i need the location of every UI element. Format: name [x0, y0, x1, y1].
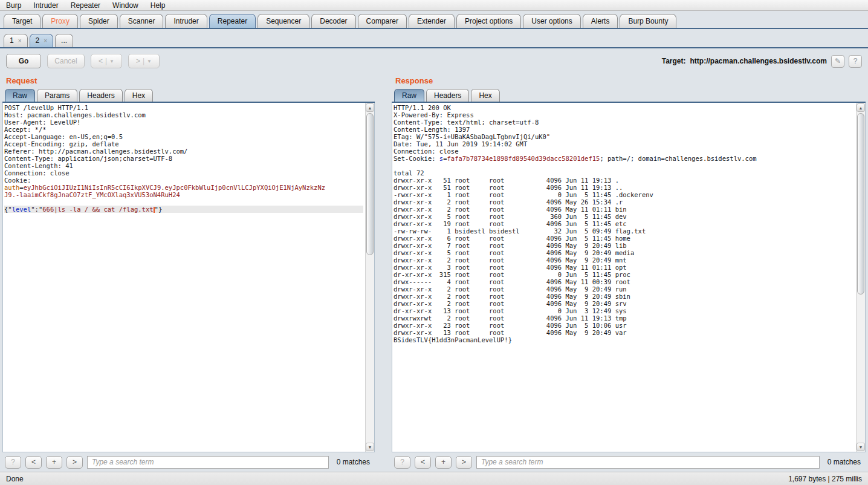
response-cookie-value: fafa7b78734e1898fd89540d39dacc58201def15: [447, 155, 600, 162]
target-label: Target:: [662, 57, 686, 65]
tab-alerts[interactable]: Alerts: [583, 14, 618, 28]
body-open: {": [4, 206, 12, 213]
request-tab-params[interactable]: Params: [37, 89, 77, 102]
close-icon[interactable]: ×: [44, 37, 47, 44]
blank-line: [4, 198, 363, 206]
request-search-row: ? < + > 0 matches: [2, 452, 375, 472]
target-url: http://pacman.challenges.bsidestlv.com: [690, 57, 828, 65]
chevron-right-icon: >: [73, 458, 77, 466]
response-panel: Response Raw Headers Hex HTTP/1.1 200 OK…: [392, 74, 866, 472]
search-options-button[interactable]: ?: [394, 456, 410, 469]
chevron-left-icon: <: [31, 458, 36, 466]
scrollbar-thumb[interactable]: [366, 113, 374, 255]
search-prev-button[interactable]: <: [415, 456, 431, 469]
tab-comparer[interactable]: Comparer: [358, 14, 407, 28]
tab-repeater[interactable]: Repeater: [209, 14, 256, 28]
request-search-input[interactable]: [87, 456, 329, 469]
menu-bar: Burp Intruder Repeater Window Help: [0, 0, 868, 11]
repeater-tab-bar: 1 × 2 × ...: [0, 29, 868, 47]
request-tab-raw[interactable]: Raw: [5, 89, 35, 102]
repeater-tab-more[interactable]: ...: [55, 34, 73, 47]
request-body-line: {"level":"666|ls -la / && cat /flag.txt"…: [4, 206, 363, 213]
search-add-button[interactable]: +: [46, 456, 62, 469]
request-view-tabs: Raw Params Headers Hex: [2, 89, 375, 102]
tab-intruder[interactable]: Intruder: [165, 14, 207, 28]
menu-burp[interactable]: Burp: [6, 1, 21, 10]
search-options-button[interactable]: ?: [5, 456, 21, 469]
search-next-button[interactable]: >: [66, 456, 83, 469]
cancel-button[interactable]: Cancel: [47, 54, 85, 68]
close-icon[interactable]: ×: [18, 37, 22, 44]
repeater-tab-2-label: 2: [36, 36, 40, 45]
button-separator: |: [105, 57, 107, 65]
tab-project-options[interactable]: Project options: [456, 14, 521, 28]
scroll-down-icon[interactable]: ▼: [857, 443, 865, 451]
search-add-button[interactable]: +: [435, 456, 452, 469]
scroll-down-icon[interactable]: ▼: [366, 443, 374, 451]
pencil-icon: ✎: [835, 57, 841, 65]
cookie-name: auth: [4, 184, 19, 191]
body-param-name: level: [12, 206, 31, 213]
next-request-button[interactable]: > | ▼: [128, 54, 160, 68]
next-icon: >: [136, 57, 140, 65]
request-tab-hex[interactable]: Hex: [125, 89, 153, 102]
help-icon: ?: [11, 458, 15, 466]
repeater-tab-2[interactable]: 2 ×: [30, 34, 54, 47]
tab-scanner[interactable]: Scanner: [120, 14, 164, 28]
jwt-token-part1: eyJhbGciOiJIUzI1NiIsInR5cCI6IkpXVCJ9.eyJ…: [24, 184, 325, 191]
scroll-up-icon[interactable]: ▲: [366, 103, 374, 112]
tab-proxy[interactable]: Proxy: [42, 14, 78, 28]
body-mid: ":": [31, 206, 42, 213]
scroll-up-icon[interactable]: ▲: [857, 103, 865, 112]
response-editor[interactable]: HTTP/1.1 200 OK X-Powered-By: Express Co…: [392, 103, 866, 452]
response-search-row: ? < + > 0 matches: [392, 452, 866, 472]
button-separator: |: [143, 57, 144, 65]
tab-burp-bounty[interactable]: Burp Bounty: [620, 14, 676, 28]
search-prev-button[interactable]: <: [25, 456, 42, 469]
chevron-down-icon: ▼: [109, 59, 114, 64]
help-button[interactable]: ?: [849, 55, 862, 68]
request-editor[interactable]: POST /levelUp HTTP/1.1 Host: pacman.chal…: [2, 103, 375, 452]
prev-request-button[interactable]: < | ▼: [91, 54, 122, 68]
target-box: Target: http://pacman.challenges.bsidest…: [662, 55, 862, 68]
response-scrollbar[interactable]: ▲ ▼: [856, 103, 865, 452]
plus-icon: +: [52, 458, 56, 466]
body-close: "}: [155, 206, 163, 213]
menu-intruder[interactable]: Intruder: [33, 1, 58, 10]
menu-help[interactable]: Help: [151, 1, 166, 10]
repeater-tab-1-label: 1: [10, 36, 14, 45]
response-view-tabs: Raw Headers Hex: [392, 89, 866, 102]
repeater-panels: Request Raw Params Headers Hex POST /lev…: [0, 74, 868, 472]
search-next-button[interactable]: >: [456, 456, 472, 469]
response-tab-raw[interactable]: Raw: [394, 89, 424, 102]
repeater-tab-1[interactable]: 1 ×: [4, 34, 28, 47]
tab-decoder[interactable]: Decoder: [311, 14, 355, 28]
request-tab-headers[interactable]: Headers: [79, 89, 122, 102]
response-setcookie-line: Set-Cookie: s=fafa7b78734e1898fd89540d39…: [394, 155, 854, 162]
request-cookie-line: auth=eyJhbGciOiJIUzI1NiIsInR5cCI6IkpXVCJ…: [4, 184, 363, 191]
tab-user-options[interactable]: User options: [523, 14, 580, 28]
main-tab-bar: Target Proxy Spider Scanner Intruder Rep…: [0, 11, 868, 28]
prev-icon: <: [99, 57, 103, 65]
tab-extender[interactable]: Extender: [409, 14, 455, 28]
edit-target-button[interactable]: ✎: [831, 55, 844, 68]
blank-line: [394, 162, 854, 169]
response-search-input[interactable]: [476, 456, 820, 469]
request-match-count: 0 matches: [333, 458, 372, 466]
response-tab-hex[interactable]: Hex: [471, 89, 499, 102]
body-param-value: 666|ls -la / && cat /flag.txt: [42, 206, 153, 213]
request-cookie-line2: J9.-laaimCkf8gJnaCO7ztF_YMcOXlaq3xVU53oN…: [4, 191, 363, 198]
repeater-toolbar: Go Cancel < | ▼ > | ▼ Target: http://pac…: [0, 48, 868, 74]
scrollbar-thumb[interactable]: [857, 113, 864, 295]
tab-sequencer[interactable]: Sequencer: [257, 14, 309, 28]
tab-target[interactable]: Target: [4, 14, 40, 28]
chevron-down-icon: ▼: [147, 59, 152, 64]
menu-repeater[interactable]: Repeater: [71, 1, 100, 10]
tab-spider[interactable]: Spider: [80, 14, 118, 28]
menu-window[interactable]: Window: [112, 1, 138, 10]
setcookie-label: Set-Cookie:: [394, 155, 439, 162]
go-button[interactable]: Go: [6, 54, 41, 68]
chevron-left-icon: <: [421, 458, 425, 466]
response-tab-headers[interactable]: Headers: [426, 89, 469, 102]
request-scrollbar[interactable]: ▲ ▼: [365, 103, 374, 452]
